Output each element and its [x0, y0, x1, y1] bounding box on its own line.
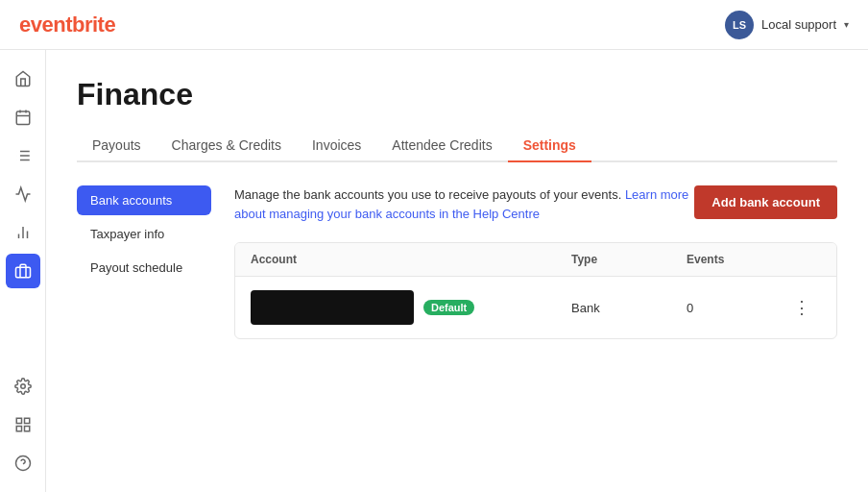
column-header-type: Type — [571, 253, 687, 266]
content-area: Finance Payouts Charges & Credits Invoic… — [46, 50, 868, 492]
tab-invoices[interactable]: Invoices — [297, 130, 376, 162]
default-badge: Default — [423, 300, 474, 315]
top-nav: eventbrite LS Local support ▾ — [0, 0, 868, 50]
tab-payouts[interactable]: Payouts — [77, 130, 157, 162]
svg-rect-15 — [16, 418, 21, 423]
sidebar-item-list[interactable] — [6, 138, 40, 173]
svg-rect-17 — [16, 427, 21, 431]
tab-settings[interactable]: Settings — [508, 130, 591, 162]
chevron-down-icon: ▾ — [844, 19, 849, 30]
sidebar-item-apps[interactable] — [6, 407, 40, 442]
settings-layout: Bank accounts Taxpayer info Payout sched… — [77, 185, 837, 339]
tab-charges-credits[interactable]: Charges & Credits — [157, 130, 297, 162]
tab-attendee-credits[interactable]: Attendee Credits — [376, 130, 507, 162]
sidebar-item-finance[interactable] — [6, 254, 40, 288]
svg-point-14 — [20, 384, 25, 389]
tab-bar: Payouts Charges & Credits Invoices Atten… — [77, 130, 837, 162]
sidebar-item-help[interactable] — [6, 446, 40, 480]
add-bank-account-button[interactable]: Add bank account — [694, 185, 837, 219]
column-header-account: Account — [251, 253, 571, 266]
description-text: Manage the bank accounts you use to rece… — [234, 187, 621, 202]
settings-content: Manage the bank accounts you use to rece… — [234, 185, 837, 339]
account-cell: Default — [251, 290, 571, 325]
nav-bank-accounts[interactable]: Bank accounts — [77, 185, 211, 215]
svg-rect-18 — [24, 427, 29, 431]
avatar: LS — [725, 11, 754, 39]
nav-taxpayer-info[interactable]: Taxpayer info — [77, 219, 211, 249]
sidebar-item-analytics[interactable] — [6, 215, 40, 250]
settings-desc-text: Manage the bank accounts you use to rece… — [234, 185, 694, 223]
table-row: Default Bank 0 ⋮ — [235, 277, 836, 338]
user-label: Local support — [761, 17, 836, 32]
sidebar-item-calendar[interactable] — [6, 100, 40, 135]
svg-rect-13 — [15, 267, 30, 278]
column-header-actions — [783, 253, 821, 266]
svg-rect-0 — [16, 111, 30, 125]
table-header: Account Type Events — [235, 243, 836, 277]
svg-rect-16 — [24, 418, 29, 423]
settings-sidebar: Bank accounts Taxpayer info Payout sched… — [77, 185, 211, 339]
sidebar-item-settings[interactable] — [6, 369, 40, 404]
account-redacted-block — [251, 290, 414, 325]
page-title: Finance — [77, 77, 837, 112]
bank-accounts-table: Account Type Events Default Bank 0 — [234, 242, 837, 339]
sidebar-item-marketing[interactable] — [6, 177, 40, 211]
sidebar-item-home[interactable] — [6, 62, 40, 96]
more-options-button[interactable]: ⋮ — [787, 293, 816, 322]
type-cell: Bank — [571, 301, 687, 315]
column-header-events: Events — [687, 253, 783, 266]
sidebar — [0, 50, 46, 492]
actions-cell: ⋮ — [783, 293, 821, 322]
main-layout: Finance Payouts Charges & Credits Invoic… — [0, 50, 868, 492]
logo: eventbrite — [19, 12, 115, 37]
settings-description: Manage the bank accounts you use to rece… — [234, 185, 837, 223]
events-cell: 0 — [687, 301, 783, 315]
user-area[interactable]: LS Local support ▾ — [725, 11, 849, 39]
nav-payout-schedule[interactable]: Payout schedule — [77, 253, 211, 283]
